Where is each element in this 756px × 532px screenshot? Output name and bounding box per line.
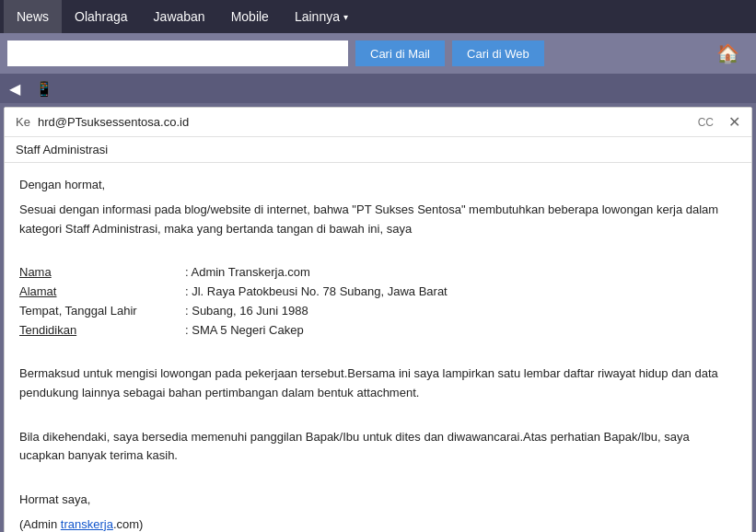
search-web-label: Cari di Web: [467, 47, 529, 61]
nav-label-news: News: [17, 9, 49, 24]
alamat-key: Alamat: [19, 283, 185, 302]
nav-item-news[interactable]: News: [4, 0, 62, 33]
to-label: Ke: [16, 115, 30, 129]
nav-label-lainnya: Lainnya: [295, 9, 340, 24]
nav-bar: News Olahraga Jawaban Mobile Lainnya ▾: [0, 0, 756, 33]
phone-icon[interactable]: 📱: [35, 80, 53, 98]
nav-label-mobile: Mobile: [231, 9, 269, 24]
back-icon[interactable]: ◀: [9, 80, 20, 98]
info-row-pendidikan: Tendidikan : SMA 5 Negeri Cakep: [19, 321, 737, 341]
info-row-ttl: Tempat, Tanggal Lahir : Subang, 16 Juni …: [19, 302, 737, 321]
nav-item-mobile[interactable]: Mobile: [218, 0, 282, 33]
info-row-nama: Nama : Admin Transkerja.com: [19, 263, 737, 283]
chevron-down-icon: ▾: [343, 12, 348, 22]
email-body[interactable]: Dengan hormat, Sesuai dengan informasi p…: [5, 163, 751, 532]
info-table: Nama : Admin Transkerja.com Alamat : Jl.…: [19, 263, 737, 340]
nama-key: Nama: [19, 263, 185, 283]
pendidikan-val: : SMA 5 Negeri Cakep: [185, 321, 304, 341]
search-mail-button[interactable]: Cari di Mail: [355, 40, 445, 66]
greeting-text: Dengan hormat,: [19, 176, 737, 195]
search-bar: Cari di Mail Cari di Web 🏠: [0, 33, 756, 74]
closing-1: Hormat saya,: [19, 491, 737, 510]
ttl-val: : Subang, 16 Juni 1988: [185, 302, 308, 321]
closing-2: (Admin transkerja.com): [19, 515, 737, 532]
search-web-button[interactable]: Cari di Web: [452, 40, 544, 66]
nav-label-olahraga: Olahraga: [75, 9, 128, 24]
email-compose: Ke hrd@PTsuksessentosa.co.id CC ✕ Staff …: [4, 107, 752, 532]
cc-label[interactable]: CC: [698, 116, 714, 129]
close-icon[interactable]: ✕: [728, 113, 740, 131]
search-mail-label: Cari di Mail: [370, 47, 430, 61]
nama-val: : Admin Transkerja.com: [185, 263, 310, 283]
email-to-value: hrd@PTsuksessentosa.co.id: [38, 115, 698, 129]
pendidikan-key: Tendidikan: [19, 321, 185, 341]
alamat-val: : Jl. Raya Patokbeusi No. 78 Subang, Jaw…: [185, 283, 448, 302]
email-subject: Staff Administrasi: [16, 143, 108, 156]
nav-item-jawaban[interactable]: Jawaban: [141, 0, 218, 33]
nav-item-olahraga[interactable]: Olahraga: [62, 0, 141, 33]
email-to-row: Ke hrd@PTsuksessentosa.co.id CC ✕: [5, 108, 751, 137]
icon-bar: ◀ 📱: [0, 74, 756, 103]
home-icon[interactable]: 🏠: [707, 39, 749, 68]
email-subject-row: Staff Administrasi: [5, 137, 751, 163]
info-row-alamat: Alamat : Jl. Raya Patokbeusi No. 78 Suba…: [19, 283, 737, 302]
nav-label-jawaban: Jawaban: [154, 9, 205, 24]
nav-item-lainnya[interactable]: Lainnya ▾: [282, 0, 361, 33]
search-input[interactable]: [7, 40, 348, 66]
intro-text: Sesuai dengan informasi pada blog/websit…: [19, 201, 737, 239]
body-paragraph-1: Bermaksud untuk mengisi lowongan pada pe…: [19, 364, 737, 403]
transkerja-link[interactable]: transkerja: [61, 517, 113, 531]
body-paragraph-2: Bila dikehendaki, saya bersedia memenuhi…: [19, 428, 737, 467]
ttl-key: Tempat, Tanggal Lahir: [19, 302, 185, 321]
